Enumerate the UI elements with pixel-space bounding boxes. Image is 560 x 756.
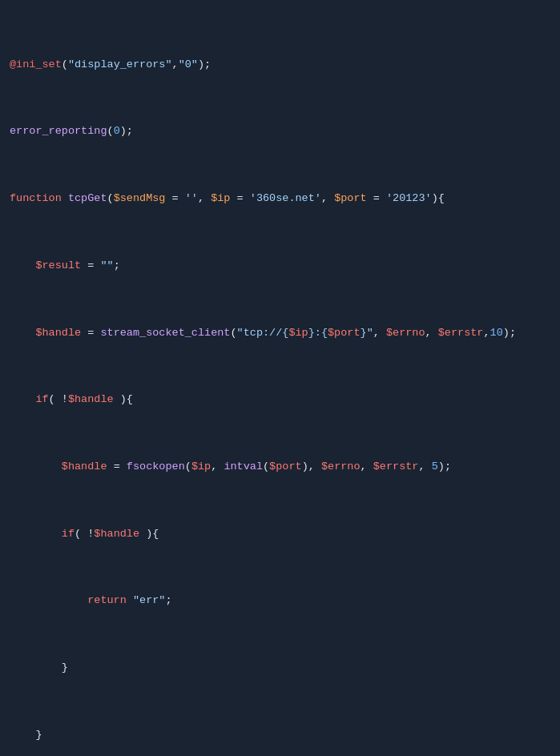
- code-line-5: $handle = stream_socket_client("tcp://{$…: [10, 325, 550, 342]
- code-line-9: return "err";: [10, 593, 550, 609]
- code-line-10: }: [10, 660, 550, 677]
- code-line-1: @ini_set("display_errors","0");: [10, 57, 550, 74]
- code-line-3: function tcpGet($sendMsg = '', $ip = '36…: [10, 191, 550, 207]
- code-line-4: $result = "";: [10, 258, 550, 275]
- code-viewer: @ini_set("display_errors","0"); error_re…: [0, 0, 560, 756]
- code-line-6: if( !$handle ){: [10, 392, 550, 408]
- code-line-2: error_reporting(0);: [10, 123, 550, 140]
- code-line-11: }: [10, 727, 550, 744]
- code-line-8: if( !$handle ){: [10, 526, 550, 543]
- code-line-7: $handle = fsockopen($ip, intval($port), …: [10, 459, 550, 476]
